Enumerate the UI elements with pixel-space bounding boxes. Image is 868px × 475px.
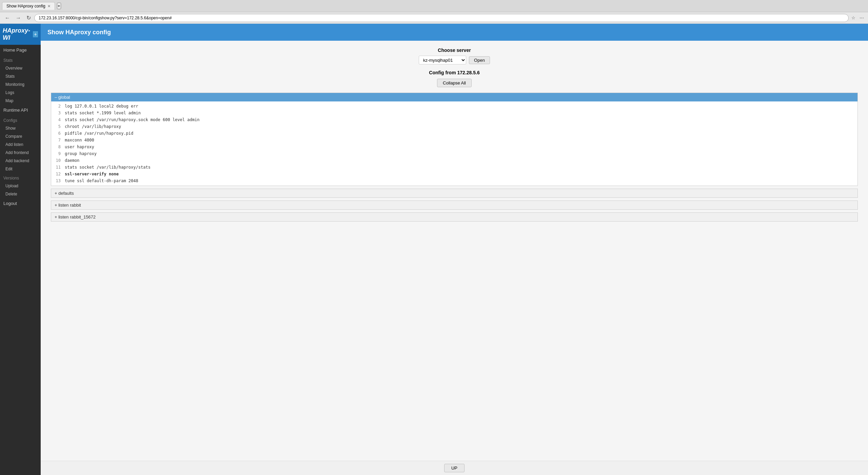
sidebar-item-add-listen[interactable]: Add listen [0, 140, 41, 149]
sidebar-item-add-frontend[interactable]: Add frontend [0, 149, 41, 157]
section-header-listen_rabbit_15672[interactable]: + listen rabbit_15672 [51, 213, 857, 221]
config-section-defaults: + defaults16mode http17log global18optio… [51, 189, 858, 198]
line-content: daemon [65, 157, 79, 164]
section-header-listen_rabbit[interactable]: + listen rabbit [51, 201, 857, 209]
sidebar-item-delete[interactable]: Delete [0, 190, 41, 198]
config-from-label: Config from 172.28.5.6 [51, 70, 858, 75]
main-content: Show HAproxy config Choose server kz-mys… [41, 24, 868, 475]
config-line: 11stats socket /var/lib/haproxy/stats [51, 164, 857, 171]
new-tab-button[interactable]: + [57, 3, 61, 9]
browser-nav-bar: ← → ↻ ☆ ⋯ [0, 12, 868, 24]
config-line: 6pidfile /var/run/haproxy.pid [51, 130, 857, 137]
line-number: 11 [51, 164, 65, 170]
line-number: 10 [51, 157, 65, 164]
sidebar-item-stats[interactable]: Stats [0, 72, 41, 80]
sidebar-item-overview[interactable]: Overview [0, 64, 41, 72]
close-tab-icon[interactable]: ✕ [47, 4, 51, 8]
config-line: 7maxconn 4000 [51, 137, 857, 144]
bookmarks-icon[interactable]: ☆ [850, 15, 857, 21]
open-button[interactable]: Open [469, 56, 490, 64]
config-line: 10daemon [51, 157, 857, 164]
sidebar-section-configs: Configs [0, 115, 41, 124]
sidebar-item-add-backend[interactable]: Add backend [0, 157, 41, 165]
line-number: 8 [51, 144, 65, 150]
config-line: 4stats socket /var/run/haproxy.sock mode… [51, 116, 857, 123]
server-select[interactable]: kz-mysqlhap01 [419, 56, 466, 64]
line-content: stats socket /var/lib/haproxy/stats [65, 164, 151, 170]
config-section-listen_rabbit_15672: + listen rabbit_1567247bind *:1567248tim… [51, 212, 858, 222]
page-header: Show HAproxy config [41, 24, 868, 41]
server-selector: kz-mysqlhap01 Open [51, 56, 858, 64]
reload-button[interactable]: ↻ [24, 14, 33, 22]
line-number: 5 [51, 124, 65, 130]
config-line: 5chroot /var/lib/haproxy [51, 123, 857, 130]
config-line: 8user haproxy [51, 144, 857, 150]
line-number: 4 [51, 117, 65, 123]
line-content: stats socket /var/run/haproxy.sock mode … [65, 117, 199, 123]
section-header-defaults[interactable]: + defaults [51, 189, 857, 197]
section-body-global: 2log 127.0.0.1 local2 debug err3stats so… [51, 101, 857, 186]
line-number: 12 [51, 171, 65, 177]
config-line: 12ssl-server-verify none [51, 171, 857, 177]
choose-server-label: Choose server [51, 48, 858, 53]
sidebar-item-logout[interactable]: Logout [0, 198, 41, 209]
line-content: maxconn 4000 [65, 137, 94, 143]
config-line: 9group haproxy [51, 150, 857, 157]
back-button[interactable]: ← [3, 14, 12, 22]
config-line: 13tune ssl default-dh-param 2048 [51, 177, 857, 184]
line-content: chroot /var/lib/haproxy [65, 124, 121, 130]
line-content: stats socket *.1999 level admin [65, 110, 141, 116]
line-content: user haproxy [65, 144, 94, 150]
sidebar-section-versions: Versions [0, 173, 41, 182]
line-content: pidfile /var/run/haproxy.pid [65, 130, 133, 136]
config-section-global: – global2log 127.0.0.1 local2 debug err3… [51, 93, 858, 186]
sidebar-expand-button[interactable]: + [33, 31, 38, 37]
line-number: 7 [51, 137, 65, 143]
line-number: 3 [51, 110, 65, 116]
sidebar-item-compare[interactable]: Compare [0, 132, 41, 140]
sidebar-item-home[interactable]: Home Page [0, 45, 41, 55]
sidebar-item-edit[interactable]: Edit [0, 165, 41, 173]
config-line: 3stats socket *.1999 level admin [51, 110, 857, 116]
line-content: ssl-server-verify none [65, 171, 119, 177]
content-area: Choose server kz-mysqlhap01 Open Config … [41, 41, 868, 461]
address-bar[interactable] [34, 14, 849, 22]
sidebar-logo: HAproxy-WI + [0, 24, 41, 45]
sidebar-item-map[interactable]: Map [0, 97, 41, 105]
nav-right-icons: ☆ ⋯ [850, 15, 865, 21]
line-number: 9 [51, 151, 65, 157]
logo-text: HAproxy-WI [3, 27, 32, 41]
collapse-all-button[interactable]: Collapse All [437, 79, 472, 87]
sidebar: HAproxy-WI + Home Page Stats Overview St… [0, 24, 41, 475]
active-tab: Show HAproxy config ✕ [2, 2, 55, 10]
config-sections-container: – global2log 127.0.0.1 local2 debug err3… [51, 93, 858, 222]
sidebar-item-logs[interactable]: Logs [0, 89, 41, 97]
line-number: 2 [51, 103, 65, 109]
browser-tab-bar: Show HAproxy config ✕ + [0, 0, 868, 12]
tab-title: Show HAproxy config [6, 4, 45, 8]
forward-button[interactable]: → [14, 14, 23, 22]
line-number: 6 [51, 130, 65, 136]
app-container: HAproxy-WI + Home Page Stats Overview St… [0, 24, 868, 475]
line-content: log 127.0.0.1 local2 debug err [65, 103, 138, 109]
line-number: 13 [51, 178, 65, 184]
line-content: tune ssl default-dh-param 2048 [65, 178, 138, 184]
line-content: group haproxy [65, 151, 97, 157]
config-section-listen_rabbit: + listen rabbit36bind *:567237balance ro… [51, 201, 858, 210]
sidebar-item-show[interactable]: Show [0, 124, 41, 132]
page-title: Show HAproxy config [47, 29, 111, 36]
config-line: 2log 127.0.0.1 local2 debug err [51, 103, 857, 110]
sidebar-section-stats: Stats [0, 55, 41, 64]
section-header-global[interactable]: – global [51, 93, 857, 101]
up-button-container: UP [41, 461, 868, 475]
choose-server-section: Choose server kz-mysqlhap01 Open [51, 48, 858, 64]
sidebar-item-runtime-api[interactable]: Runtime API [0, 105, 41, 115]
sidebar-item-upload[interactable]: Upload [0, 182, 41, 190]
sidebar-item-monitoring[interactable]: Monitoring [0, 80, 41, 89]
menu-icon[interactable]: ⋯ [858, 15, 865, 21]
up-button[interactable]: UP [444, 464, 465, 472]
